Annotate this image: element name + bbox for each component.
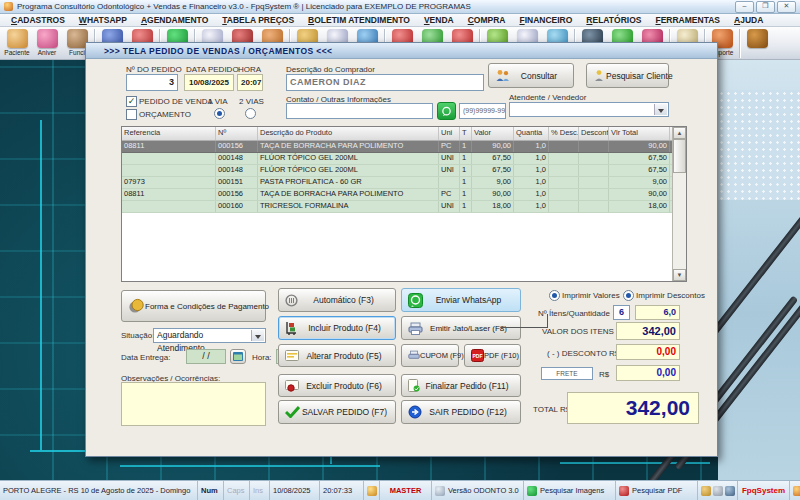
imprimir-valores-radio[interactable] — [549, 290, 560, 301]
calendar-button[interactable] — [230, 349, 246, 364]
maximize-button[interactable]: ❐ — [756, 1, 775, 13]
via2-radio[interactable] — [245, 108, 256, 119]
situacao-combo[interactable]: Aguardando Atendimento — [153, 328, 266, 343]
table-cell: FLÚOR TÓPICO GEL 200ML — [258, 153, 439, 164]
minimize-button[interactable]: – — [735, 1, 754, 13]
table-cell — [122, 153, 216, 164]
column-header-2[interactable]: Descrição do Produto — [258, 127, 439, 140]
finalizar-pedido-button[interactable]: Finalizar Pedido (F11) — [401, 374, 521, 397]
whatsapp-contact-button[interactable] — [437, 102, 456, 120]
menu-compra[interactable]: COMPRA — [461, 14, 513, 26]
toolbar-aniversariantes[interactable]: Aniver — [32, 28, 62, 59]
data-pedido-field[interactable]: 10/08/2025 — [184, 74, 234, 91]
telefone-field[interactable]: (99)99999-9999 — [459, 103, 506, 119]
excluir-produto-button[interactable]: Excluir Produto (F6) — [278, 374, 396, 397]
forma-pagamento-button[interactable]: Forma e Condições de Pagamento — [121, 290, 266, 322]
dialog-titlebar[interactable]: >>> TELA PEDIDO DE VENDAS / ORÇAMENTOS <… — [86, 43, 717, 59]
people-icon — [495, 69, 511, 82]
column-header-8[interactable]: Desconto — [579, 127, 609, 140]
column-header-1[interactable]: Nº — [216, 127, 258, 140]
alterar-produto-button[interactable]: Alterar Produto (F5) — [278, 344, 396, 367]
menu-ferramentas[interactable]: FERRAMENTAS — [648, 14, 727, 26]
contato-field[interactable] — [286, 103, 433, 119]
column-header-0[interactable]: Referencia — [122, 127, 216, 140]
frete-toggle-field[interactable]: FRETE — [541, 367, 593, 380]
menu-relatórios[interactable]: RELATÓRIOS — [579, 14, 648, 26]
imprimir-descontos-radio[interactable] — [623, 290, 634, 301]
orcamento-checkbox[interactable] — [126, 109, 137, 120]
menu-agendamento[interactable]: AGENDAMENTO — [134, 14, 215, 26]
enviar-whatsapp-button[interactable]: Enviar WhatsApp — [401, 288, 521, 312]
table-cell: 67,50 — [472, 153, 514, 164]
pedido-venda-checkbox[interactable]: ✓ — [126, 96, 137, 107]
desconto-label: ( - ) DESCONTO R$ — [547, 349, 619, 358]
table-cell: PC — [439, 189, 460, 200]
column-header-4[interactable]: T — [460, 127, 472, 140]
scroll-up-arrow[interactable]: ▲ — [673, 127, 686, 139]
hora-field[interactable]: 20:07 — [237, 74, 263, 91]
column-header-6[interactable]: Quantia — [514, 127, 549, 140]
table-cell — [122, 165, 216, 176]
atendente-combo[interactable] — [509, 102, 669, 117]
status-tools-cell[interactable] — [698, 481, 738, 500]
sair-pedido-button[interactable]: SAIR PEDIDO (F12) — [401, 400, 521, 424]
column-header-7[interactable]: % Desc. — [549, 127, 579, 140]
monitor-mini-icon — [725, 486, 735, 496]
status-caps: Caps — [224, 481, 250, 500]
scroll-thumb[interactable] — [673, 139, 686, 173]
status-search-images[interactable]: Pesquisar Imagens — [524, 481, 616, 500]
table-row[interactable]: 08811000156TAÇA DE BORRACHA PARA POLIMEN… — [122, 141, 686, 153]
column-header-5[interactable]: Valor — [472, 127, 514, 140]
comprador-field[interactable]: CAMERON DIAZ — [286, 74, 484, 91]
table-row[interactable]: 000148FLÚOR TÓPICO GEL 200MLUNI167,501,0… — [122, 165, 686, 177]
toolbar-paciente[interactable]: Paciente — [2, 28, 32, 59]
menu-financeiro[interactable]: FINANCEIRO — [512, 14, 579, 26]
cupom-button[interactable]: CUPOM (F9) — [401, 344, 459, 367]
table-cell: 1,0 — [514, 153, 549, 164]
menu-tabela-preços[interactable]: TABELA PREÇOS — [215, 14, 301, 26]
pdf-button[interactable]: PDF PDF (F10) — [464, 344, 521, 367]
table-cell — [122, 201, 216, 212]
consultar-button[interactable]: Consultar — [488, 63, 574, 88]
itens-quantidade-label: Nº Ítens/Quantidade — [538, 309, 610, 318]
menu-venda[interactable]: VENDA — [417, 14, 461, 26]
table-cell: PASTA PROFILATICA - 60 GR — [258, 177, 439, 188]
toolbar-sair-sistema[interactable] — [742, 28, 772, 59]
search-pdf-label: Pesquisar PDF — [632, 486, 682, 495]
via1-radio[interactable] — [214, 108, 225, 119]
data-entrega-field[interactable]: / / — [186, 349, 226, 364]
total-field: 342,00 — [567, 392, 699, 424]
table-cell: TAÇA DE BORRACHA PARA POLIMENTO — [258, 189, 439, 200]
table-row[interactable]: 000160TRICRESOL FORMALINAUNI118,001,018,… — [122, 201, 686, 213]
pesquisar-cliente-button[interactable]: Pesquisar Cliente — [586, 63, 669, 88]
table-scrollbar[interactable]: ▲ ▼ — [672, 127, 686, 281]
table-row[interactable]: 07973000151PASTA PROFILATICA - 60 GR19,0… — [122, 177, 686, 189]
incluir-produto-button[interactable]: Incluir Produto (F4) — [278, 316, 396, 340]
table-row[interactable]: 08811000156TAÇA DE BORRACHA PARA POLIMEN… — [122, 189, 686, 201]
scroll-down-arrow[interactable]: ▼ — [673, 269, 686, 281]
dental-instruments-photo — [718, 60, 800, 480]
menu-boletim-atendimento[interactable]: BOLETIM ATENDIMENTO — [301, 14, 417, 26]
table-cell: 1 — [460, 141, 472, 152]
automatico-button[interactable]: Automático (F3) — [278, 288, 396, 312]
salvar-pedido-button[interactable]: SALVAR PEDIDO (F7) — [278, 400, 396, 424]
table-cell — [549, 177, 579, 188]
num-pedido-field[interactable]: 3 — [126, 74, 178, 91]
menu-whatsapp[interactable]: WHATSAPP — [72, 14, 134, 26]
menu-cadastros[interactable]: CADASTROS — [4, 14, 72, 26]
close-button[interactable]: ✕ — [777, 1, 796, 13]
frete-field: 0,00 — [616, 365, 680, 381]
emitir-jato-laser-button[interactable]: Emitir Jato/Laser (F8) — [401, 316, 521, 340]
frete-rs-label: R$ — [599, 370, 609, 379]
menu-ajuda[interactable]: AJUDA — [727, 14, 770, 26]
status-user: MASTER — [380, 481, 432, 500]
edit-card-icon — [285, 350, 299, 361]
table-cell: 67,50 — [609, 165, 670, 176]
table-cell — [439, 177, 460, 188]
column-header-9[interactable]: Vlr Total — [609, 127, 670, 140]
column-header-3[interactable]: Uni — [439, 127, 460, 140]
status-search-pdf[interactable]: Pesquisar PDF — [616, 481, 698, 500]
status-version: Versão ODONTO 3.0 — [448, 486, 519, 495]
observacoes-textarea[interactable] — [121, 382, 266, 426]
table-row[interactable]: 000148FLÚOR TÓPICO GEL 200MLUNI167,501,0… — [122, 153, 686, 165]
